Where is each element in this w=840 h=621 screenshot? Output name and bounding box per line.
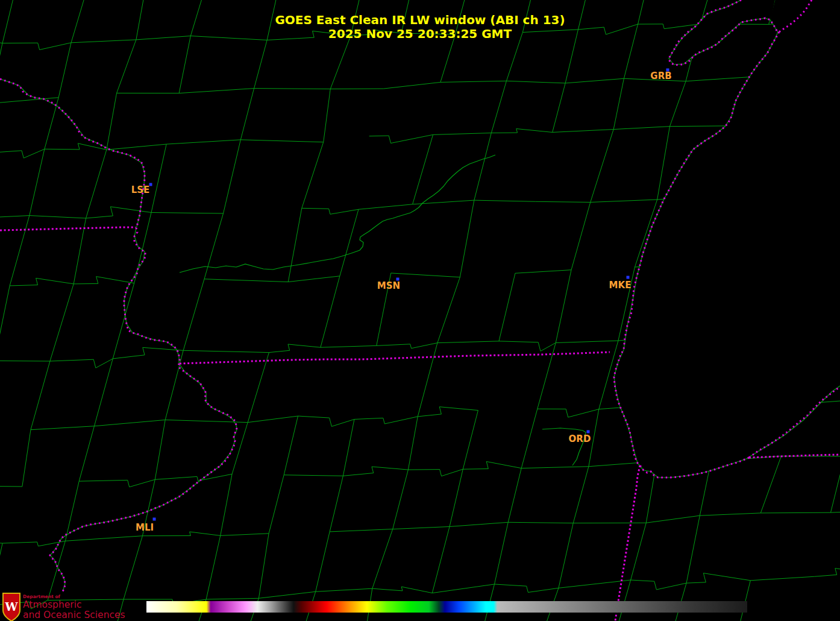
city-label: MKE [609,280,632,291]
county-line [0,361,50,361]
uw-crest-icon: W [3,593,20,621]
timestamp-text: 2025 Nov 25 20:33:25 GMT [328,27,512,41]
city-label: ORD [569,433,591,444]
city-LSE: LSE [131,183,152,196]
colorbar-scale [146,601,747,613]
city-dot [627,276,630,279]
logo-dept-label: Department of [23,594,61,599]
city-label: LSE [131,184,150,195]
colorbar [146,601,747,613]
city-label: MSN [377,280,400,291]
satellite-viewer: GRBLSEMSNMKEORDMLI GOES East Clean IR LW… [0,0,840,621]
city-dot [153,518,156,521]
logo-name-line1: Atmospheric [23,599,81,610]
satellite-map-canvas: GRBLSEMSNMKEORDMLI GOES East Clean IR LW… [0,0,840,621]
city-label: GRB [650,71,671,81]
crest-letter: W [4,600,18,613]
city-label: MLI [136,522,154,533]
logo-name-line2: and Oceanic Sciences [23,610,125,620]
city-dot [587,430,590,433]
city-GRB: GRB [650,69,671,82]
title-text: GOES East Clean IR LW window (ABI ch 13) [275,13,565,27]
